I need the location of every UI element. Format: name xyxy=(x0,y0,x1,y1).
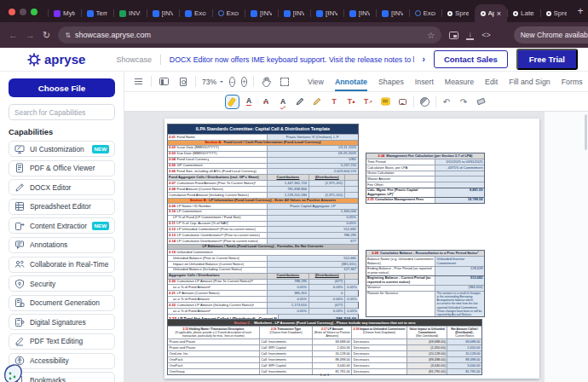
sidebar-item-security[interactable]: Security xyxy=(9,275,115,292)
worksheet-cell[interactable]: Decreases xyxy=(351,363,406,368)
window-controls[interactable] xyxy=(9,9,37,15)
picture-in-picture-icon[interactable] xyxy=(449,32,458,39)
site-settings-icon[interactable]: ⇅ xyxy=(65,32,70,39)
pct-cell[interactable] xyxy=(344,187,358,192)
sidebar-item-collaborate-in-real-time[interactable]: Collaborate in Real-Time xyxy=(9,257,115,273)
distributions-cell[interactable] xyxy=(308,187,344,192)
worksheet-cell[interactable]: (2,450.00) xyxy=(406,345,447,350)
browser-tab[interactable]: [INVS xyxy=(343,4,377,22)
reload-button[interactable]: ↻ xyxy=(43,31,50,40)
worksheet-cell[interactable]: OnePack xyxy=(168,357,259,362)
worksheet-cell[interactable]: Call: WPI Capital xyxy=(259,363,313,368)
highlight-tool-icon[interactable] xyxy=(226,96,239,108)
url-text[interactable]: showcase.apryse.com xyxy=(75,31,422,39)
pct-cell[interactable] xyxy=(344,291,358,296)
ribbon-tab-edit[interactable]: Edit xyxy=(485,72,498,91)
sidebar-item-pdf-office-viewer[interactable]: PDF & Office Viewer xyxy=(9,160,115,177)
value-cell[interactable]: 512,682 xyxy=(267,256,358,261)
sticky-note-tool-icon[interactable] xyxy=(379,96,392,108)
pct-cell[interactable]: 0.05% xyxy=(344,285,359,290)
worksheet-cell[interactable]: (3,040.00) xyxy=(406,363,447,368)
value-cell[interactable]: 18,788.58 xyxy=(435,198,484,203)
sidebar-item-content-extraction[interactable]: Content ExtractionNEW xyxy=(9,217,115,234)
ribbon-tab-insert[interactable]: Insert xyxy=(415,72,434,91)
close-window-button[interactable] xyxy=(9,9,15,15)
worksheet-cell[interactable]: Call: Investments xyxy=(259,351,313,356)
worksheet-cell[interactable]: Decreases xyxy=(351,339,406,344)
contributions-cell[interactable]: 0.05% xyxy=(267,297,308,302)
redo-icon[interactable]: ↷ xyxy=(458,96,470,108)
value-cell[interactable]: 1/01/2025 to 03/31/2025 xyxy=(435,159,484,165)
sidebar-item-pdf-text-editing[interactable]: PDF Text Editing xyxy=(9,333,115,350)
value-cell[interactable]: 128,628 xyxy=(435,267,484,275)
worksheet-cell[interactable]: 2,450.00 xyxy=(312,345,351,350)
announcement-banner[interactable]: DOCX Editor now offers IME keyboard supp… xyxy=(170,55,414,64)
text-arrow-tool-icon[interactable]: T↗ xyxy=(362,96,375,108)
distributions-cell[interactable]: (677) xyxy=(308,303,344,308)
value-cell[interactable]: (384,054) xyxy=(435,286,484,291)
contributions-cell[interactable]: 1,447,362,724 xyxy=(267,181,308,186)
freehand-highlight-tool-icon[interactable] xyxy=(311,96,324,108)
browser-tab[interactable]: [INVS xyxy=(147,4,180,22)
browser-tab[interactable]: Excel xyxy=(179,4,212,22)
ribbon-tab-shapes[interactable]: Shapes xyxy=(378,72,404,91)
distributions-cell[interactable]: 0 xyxy=(308,291,344,296)
worksheet-cell[interactable]: Call: Investments xyxy=(259,357,313,362)
value-cell[interactable]: 03-25-2025 xyxy=(267,152,358,157)
page-navigation-icon[interactable] xyxy=(176,75,189,88)
choose-file-button[interactable]: Choose File xyxy=(9,78,115,97)
value-cell[interactable]: 8,881.09 xyxy=(435,188,484,197)
contributions-cell[interactable]: 385,315 xyxy=(267,291,308,296)
worksheet-cell[interactable]: Call: Investments xyxy=(259,339,313,344)
worksheet-cell[interactable]: 3,040.00 xyxy=(447,363,481,368)
value-cell[interactable]: The variance is a result of changes in t… xyxy=(435,292,484,317)
browser-tab[interactable]: Ap× xyxy=(475,4,508,22)
distributions-cell[interactable]: 0.03% xyxy=(308,309,344,314)
menu-icon[interactable] xyxy=(132,75,145,88)
free-text-tool-icon[interactable]: T xyxy=(328,96,341,108)
worksheet-cell[interactable]: (20,128.00) xyxy=(406,351,447,356)
comment-bubble-tool-icon[interactable] xyxy=(396,96,409,108)
worksheet-cell[interactable]: 3,040.00 xyxy=(312,363,351,368)
worksheet-cell[interactable]: Decreases xyxy=(351,345,406,350)
worksheet-cell[interactable]: Call: WPI Capital xyxy=(259,345,313,350)
distributions-cell[interactable]: 0.00% xyxy=(308,297,344,302)
back-button[interactable]: ← xyxy=(9,31,18,40)
worksheet-cell[interactable]: 20,128.00 xyxy=(312,351,351,356)
browser-tab[interactable]: Sprea xyxy=(540,4,574,22)
zoom-out-button[interactable]: − xyxy=(229,77,235,87)
worksheet-cell[interactable]: 69,688.00 xyxy=(447,339,481,344)
worksheet-cell[interactable]: Praxin and Praxin xyxy=(168,345,259,350)
browser-tab[interactable]: Sprea xyxy=(441,4,475,22)
value-cell[interactable]: 0.05% xyxy=(267,222,358,227)
value-cell[interactable] xyxy=(435,182,484,188)
contributions-cell[interactable]: 781,838,866 xyxy=(267,187,308,192)
pct-cell[interactable] xyxy=(344,181,358,186)
sidebar-item-ui-customization[interactable]: UI CustomizationNEW xyxy=(9,141,115,157)
devtools-code-icon[interactable]: <> xyxy=(481,31,491,39)
value-cell[interactable]: 0.05% xyxy=(267,216,358,221)
value-cell[interactable]: 512,682 xyxy=(267,227,358,232)
sidebar-item-spreadsheet-editor[interactable]: Spreadsheet Editor xyxy=(9,199,115,215)
browser-tab[interactable]: Latest xyxy=(507,4,540,22)
sidebar-item-digital-signatures[interactable]: Digital Signatures xyxy=(9,314,115,330)
ribbon-tab-fill-and-sign[interactable]: Fill and Sign xyxy=(509,72,550,91)
distributions-cell[interactable]: (1,971,201) xyxy=(308,193,344,198)
pct-cell[interactable]: 0.05% xyxy=(344,309,359,314)
squiggly-tool-icon[interactable]: A xyxy=(277,96,290,108)
eraser-tool-icon[interactable] xyxy=(475,96,487,108)
zoom-in-button[interactable]: + xyxy=(241,77,247,87)
freehand-pen-tool-icon[interactable] xyxy=(294,96,307,108)
left-panel-toggle-icon[interactable] xyxy=(158,75,170,88)
style-picker-icon[interactable] xyxy=(418,96,431,108)
undo-icon[interactable]: ↶ xyxy=(441,96,453,108)
document-scroll-area[interactable]: apryse ILPA Standards Committee: Capital… xyxy=(124,112,544,382)
underline-tool-icon[interactable]: A xyxy=(243,96,256,108)
browser-tab[interactable]: [INVS xyxy=(376,4,409,22)
value-cell[interactable]: Praxis Capital Aggregator, LP xyxy=(267,204,358,209)
sidebar-item-bookmarks[interactable]: Bookmarks xyxy=(9,372,115,382)
pct-cell[interactable] xyxy=(344,303,358,308)
announcement-chevron-icon[interactable]: › xyxy=(423,55,425,64)
apryse-logo[interactable]: apryse xyxy=(27,52,85,67)
bookmark-star-icon[interactable]: ☆ xyxy=(427,31,435,40)
